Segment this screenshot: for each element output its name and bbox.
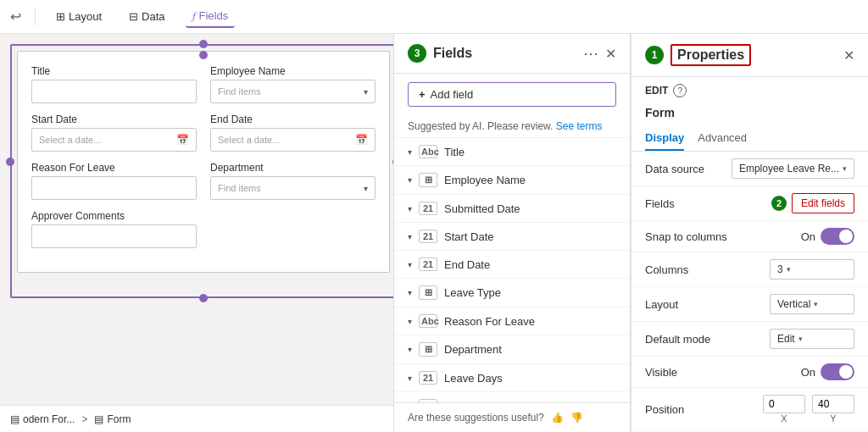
thumbs-down-icon[interactable]: 👎 bbox=[570, 412, 583, 424]
field-name: Leave Type bbox=[444, 286, 501, 299]
end-date-placeholder: Select a date... bbox=[218, 135, 280, 145]
fields-panel-title: Fields bbox=[433, 46, 472, 61]
undo-icon[interactable]: ↩ bbox=[10, 8, 21, 25]
edit-label-row: EDIT ? bbox=[632, 77, 868, 104]
field-type-icon: 21 bbox=[419, 371, 437, 385]
chevron-icon: ▾ bbox=[408, 374, 412, 383]
visible-toggle[interactable] bbox=[821, 363, 854, 380]
properties-header: 1 Properties ✕ bbox=[632, 34, 868, 77]
field-name: Leave Days bbox=[444, 372, 503, 385]
chevron-icon: ▾ bbox=[408, 147, 412, 157]
columns-row: Columns 3 ▾ bbox=[632, 252, 868, 287]
breadcrumb-label-1: odern For... bbox=[23, 413, 75, 425]
properties-body: Data source Employee Leave Re... ▾ Field… bbox=[632, 152, 868, 432]
edit-fields-button[interactable]: Edit fields bbox=[792, 193, 854, 213]
help-icon: ? bbox=[673, 84, 687, 97]
position-x-input[interactable] bbox=[763, 395, 805, 413]
reason-input[interactable] bbox=[31, 176, 197, 200]
end-date-input[interactable]: Select a date... 📅 bbox=[210, 128, 376, 152]
layout-select[interactable]: Vertical ▾ bbox=[770, 294, 854, 314]
see-terms-link[interactable]: See terms bbox=[556, 120, 603, 132]
employee-name-placeholder: Find items bbox=[218, 86, 261, 97]
fields-row: Fields 2 Edit fields bbox=[632, 186, 868, 221]
field-type-icon: Abc bbox=[419, 314, 437, 328]
list-item[interactable]: ▾ 21 Leave Days bbox=[394, 364, 630, 392]
list-item[interactable]: ▾ Abc Reason For Leave bbox=[394, 307, 630, 335]
field-name: Start Date bbox=[444, 230, 494, 243]
reason-label: Reason For Leave bbox=[31, 162, 197, 174]
title-input[interactable] bbox=[31, 80, 197, 103]
data-source-chevron: ▾ bbox=[843, 164, 847, 173]
fields-row-label: Fields bbox=[645, 197, 675, 210]
fields-badge: 3 bbox=[408, 44, 426, 63]
field-name: End Date bbox=[444, 258, 490, 271]
fields-tab[interactable]: 𝑓 Fields bbox=[186, 6, 236, 28]
department-placeholder: Find items bbox=[218, 183, 261, 193]
list-item[interactable]: ▾ 21 Submitted Date bbox=[394, 195, 630, 223]
list-item[interactable]: ▾ 21 Start Date bbox=[394, 223, 630, 251]
layout-row-label: Layout bbox=[645, 298, 678, 311]
fields-footer: Are these suggestions useful? 👍 👎 bbox=[394, 402, 630, 432]
list-item[interactable]: ▾ Abc Approver Comments bbox=[394, 392, 630, 402]
display-tab[interactable]: Display bbox=[645, 126, 684, 151]
title-label: Title bbox=[31, 65, 197, 77]
data-source-label: Data source bbox=[645, 163, 704, 175]
default-mode-label: Default mode bbox=[645, 333, 710, 346]
properties-close-button[interactable]: ✕ bbox=[843, 47, 854, 64]
advanced-tab[interactable]: Advanced bbox=[698, 126, 747, 151]
employee-name-select[interactable]: Find items ▾ bbox=[210, 80, 376, 103]
employee-name-label: Employee Name bbox=[210, 65, 376, 77]
layout-value: Vertical bbox=[777, 298, 810, 310]
form-row-4: Approver Comments bbox=[31, 210, 376, 248]
fields-panel-header: 3 Fields ⋯ ✕ bbox=[394, 34, 630, 74]
layout-tab[interactable]: ⊞ Layout bbox=[49, 7, 108, 26]
department-select[interactable]: Find items ▾ bbox=[210, 176, 376, 200]
snap-columns-value: On bbox=[801, 230, 815, 243]
chevron-icon: ▾ bbox=[408, 345, 412, 354]
form-preview: Title Employee Name Find items ▾ Start bbox=[17, 51, 390, 273]
breadcrumb: ▤ odern For... > ▤ Form bbox=[0, 405, 393, 432]
breadcrumb-separator: > bbox=[81, 413, 87, 425]
add-field-button[interactable]: + Add field bbox=[408, 82, 616, 107]
columns-chevron: ▾ bbox=[787, 265, 791, 274]
end-date-label: End Date bbox=[210, 114, 376, 125]
visible-value: On bbox=[801, 366, 815, 379]
field-type-icon: 21 bbox=[419, 258, 437, 271]
ai-suggestion-text: Suggested by AI. Please review. bbox=[408, 120, 553, 132]
start-date-input[interactable]: Select a date... 📅 bbox=[31, 128, 197, 152]
list-item[interactable]: ▾ Abc Title bbox=[394, 138, 630, 166]
data-source-select[interactable]: Employee Leave Re... ▾ bbox=[732, 158, 854, 179]
breadcrumb-label-2: Form bbox=[107, 413, 131, 425]
field-name: Employee Name bbox=[444, 174, 526, 186]
data-source-row: Data source Employee Leave Re... ▾ bbox=[632, 152, 868, 186]
add-field-label: Add field bbox=[431, 88, 474, 101]
snap-columns-toggle[interactable] bbox=[821, 228, 854, 245]
thumbs-up-icon[interactable]: 👍 bbox=[551, 412, 564, 424]
list-item[interactable]: ▾ ⊞ Leave Type bbox=[394, 279, 630, 307]
chevron-down-icon-2: ▾ bbox=[364, 184, 368, 193]
columns-select[interactable]: 3 ▾ bbox=[770, 259, 854, 280]
footer-question: Are these suggestions useful? bbox=[408, 412, 544, 424]
list-item[interactable]: ▾ ⊞ Department bbox=[394, 335, 630, 364]
approver-label: Approver Comments bbox=[31, 210, 197, 222]
layout-row: Layout Vertical ▾ bbox=[632, 287, 868, 322]
breadcrumb-item-1[interactable]: ▤ odern For... bbox=[10, 413, 75, 425]
default-mode-select[interactable]: Edit ▾ bbox=[770, 329, 854, 349]
start-date-placeholder: Select a date... bbox=[39, 135, 101, 145]
properties-tabs: Display Advanced bbox=[632, 126, 868, 152]
approver-field: Approver Comments bbox=[31, 210, 197, 248]
list-item[interactable]: ▾ ⊞ Employee Name bbox=[394, 166, 630, 195]
field-type-icon: 21 bbox=[419, 230, 437, 243]
approver-input[interactable] bbox=[31, 224, 197, 248]
data-tab[interactable]: ⊟ Data bbox=[122, 7, 171, 26]
position-row: Position X Y bbox=[632, 388, 868, 431]
department-label: Department bbox=[210, 162, 376, 174]
position-y-input[interactable] bbox=[812, 395, 854, 413]
more-options-button[interactable]: ⋯ bbox=[583, 44, 598, 63]
calendar-icon-2: 📅 bbox=[355, 134, 368, 146]
list-item[interactable]: ▾ 21 End Date bbox=[394, 251, 630, 279]
form-row-1: Title Employee Name Find items ▾ bbox=[31, 65, 376, 103]
fields-panel-close[interactable]: ✕ bbox=[605, 46, 616, 62]
breadcrumb-item-2[interactable]: ▤ Form bbox=[94, 413, 131, 425]
properties-title: Properties bbox=[670, 44, 751, 66]
